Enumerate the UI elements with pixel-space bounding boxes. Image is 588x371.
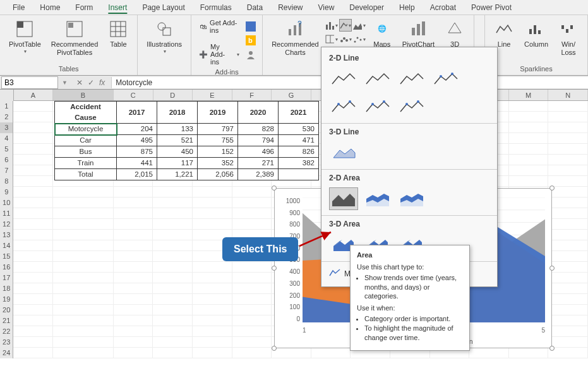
table-cell[interactable]: 495 — [117, 135, 157, 146]
cell-D12[interactable] — [153, 219, 193, 230]
tab-file[interactable]: File — [5, 1, 32, 15]
cell-M4[interactable] — [509, 133, 549, 144]
row-header-23[interactable]: 23 — [0, 337, 13, 348]
cell-D17[interactable] — [153, 273, 193, 283]
row-header-14[interactable]: 14 — [0, 240, 13, 251]
cell-F24[interactable] — [232, 348, 272, 358]
cell-F22[interactable] — [232, 326, 272, 337]
cell-B18[interactable] — [53, 283, 114, 294]
cell-M8[interactable] — [509, 176, 549, 187]
cell-A11[interactable] — [13, 208, 53, 219]
column-header-E[interactable]: E — [193, 90, 232, 100]
tab-acrobat[interactable]: Acrobat — [423, 1, 464, 15]
row-line2d-option-0[interactable] — [329, 68, 358, 90]
column-header-A[interactable]: A — [14, 90, 54, 100]
row-header-5[interactable]: 5 — [0, 144, 13, 155]
cell-N12[interactable] — [548, 219, 588, 230]
table-cell[interactable]: 875 — [117, 146, 157, 158]
cell-D19[interactable] — [153, 294, 193, 305]
recommended-charts-button[interactable]: ? Recommended Charts — [268, 18, 323, 58]
cell-L24[interactable] — [469, 348, 509, 358]
cell-D18[interactable] — [153, 283, 193, 294]
row-header-15[interactable]: 15 — [0, 251, 13, 262]
data-table[interactable]: Accident Cause20172018201920202021Motorc… — [54, 101, 319, 180]
table-cell[interactable] — [279, 169, 319, 180]
cell-N4[interactable] — [548, 133, 588, 144]
cell-A5[interactable] — [13, 144, 53, 155]
cell-E17[interactable] — [193, 273, 232, 283]
cell-B23[interactable] — [53, 337, 114, 348]
cell-N22[interactable] — [548, 326, 588, 337]
cell-A23[interactable] — [13, 337, 53, 348]
tab-formulas[interactable]: Formulas — [193, 1, 239, 15]
row-header-3[interactable]: 3 — [0, 122, 13, 133]
tab-insert[interactable]: Insert — [100, 1, 135, 15]
table-cell[interactable]: 530 — [279, 124, 319, 135]
cell-C13[interactable] — [114, 230, 153, 240]
cell-N3[interactable] — [548, 122, 588, 133]
cell-F11[interactable] — [232, 208, 272, 219]
cell-E23[interactable] — [193, 337, 232, 348]
cell-M5[interactable] — [509, 144, 549, 155]
cell-A4[interactable] — [13, 133, 53, 144]
table-cell[interactable]: 352 — [198, 158, 238, 169]
cell-N15[interactable] — [548, 251, 588, 262]
sparkline-line-button[interactable]: Line — [490, 18, 518, 50]
illustrations-button[interactable]: Illustrations — [143, 18, 186, 56]
cell-E11[interactable] — [193, 208, 232, 219]
cell-A19[interactable] — [13, 294, 53, 305]
tab-home[interactable]: Home — [32, 1, 68, 15]
tab-developer[interactable]: Developer — [342, 1, 392, 15]
sparkline-column-button[interactable]: Column — [520, 18, 552, 50]
cell-F18[interactable] — [232, 283, 272, 294]
cell-C16[interactable] — [114, 262, 153, 273]
cell-B15[interactable] — [53, 251, 114, 262]
tab-review[interactable]: Review — [270, 1, 310, 15]
column-header-G[interactable]: G — [272, 90, 311, 100]
cell-N11[interactable] — [548, 208, 588, 219]
table-cell[interactable]: Total — [55, 169, 117, 180]
table-cell[interactable]: 2,389 — [238, 169, 279, 180]
cell-N7[interactable] — [548, 165, 588, 176]
cell-D11[interactable] — [153, 208, 193, 219]
sparkline-winloss-button[interactable]: Win/ Loss — [555, 18, 582, 58]
cell-A22[interactable] — [13, 326, 53, 337]
row-header-10[interactable]: 10 — [0, 197, 13, 208]
cell-C24[interactable] — [114, 348, 153, 358]
table-cell[interactable]: 441 — [117, 158, 157, 169]
row-line2d-option-2[interactable] — [397, 68, 426, 90]
tab-view[interactable]: View — [311, 1, 342, 15]
cell-A24[interactable] — [13, 348, 53, 358]
cell-A14[interactable] — [13, 240, 53, 251]
table-cell[interactable]: Bus — [55, 146, 117, 158]
cell-C15[interactable] — [114, 251, 153, 262]
table-cell[interactable]: 2,056 — [198, 169, 238, 180]
table-cell[interactable]: 521 — [157, 135, 198, 146]
column-header-F[interactable]: F — [232, 90, 272, 100]
cell-N10[interactable] — [548, 197, 588, 208]
cell-C12[interactable] — [114, 219, 153, 230]
cell-E10[interactable] — [193, 197, 232, 208]
cell-F21[interactable] — [232, 315, 272, 326]
cell-A2[interactable] — [13, 112, 53, 122]
cell-C17[interactable] — [114, 273, 153, 283]
table-header[interactable]: Accident Cause — [55, 102, 117, 124]
row-line2d-option-4[interactable] — [329, 95, 358, 118]
namebox-dropdown-icon[interactable]: ▼ — [59, 80, 70, 86]
table-cell[interactable]: 826 — [279, 146, 319, 158]
row-header-12[interactable]: 12 — [0, 219, 13, 230]
cell-C18[interactable] — [114, 283, 153, 294]
column-header-C[interactable]: C — [114, 90, 153, 100]
cell-E24[interactable] — [193, 348, 232, 358]
row-line2d-option-3[interactable] — [431, 68, 460, 90]
table-cell[interactable]: 133 — [157, 124, 198, 135]
column-header-D[interactable]: D — [153, 90, 193, 100]
cell-N20[interactable] — [548, 305, 588, 315]
cell-D23[interactable] — [153, 337, 193, 348]
table-cell[interactable]: 450 — [157, 146, 198, 158]
table-cell[interactable]: 117 — [157, 158, 198, 169]
cell-D13[interactable] — [153, 230, 193, 240]
cell-B21[interactable] — [53, 315, 114, 326]
table-header[interactable]: 2017 — [117, 102, 157, 124]
cell-D24[interactable] — [153, 348, 193, 358]
